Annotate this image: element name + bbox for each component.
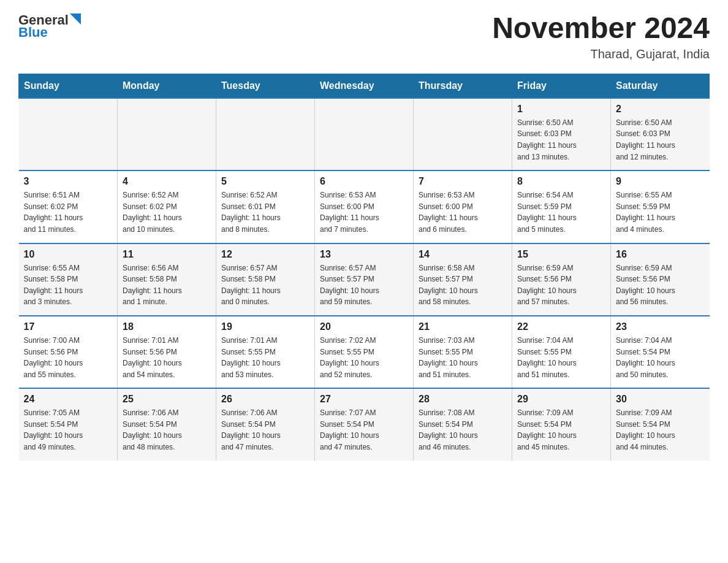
logo-area: General Blue	[18, 12, 81, 40]
day-number: 9	[616, 176, 705, 187]
calendar-cell: 26Sunrise: 7:06 AM Sunset: 5:54 PM Dayli…	[216, 388, 315, 460]
calendar-cell	[414, 98, 512, 170]
day-info: Sunrise: 7:04 AM Sunset: 5:55 PM Dayligh…	[517, 335, 605, 380]
day-number: 4	[123, 176, 211, 187]
day-number: 3	[24, 176, 113, 187]
calendar-cell: 13Sunrise: 6:57 AM Sunset: 5:57 PM Dayli…	[315, 243, 414, 316]
day-number: 11	[123, 249, 211, 260]
calendar-cell: 24Sunrise: 7:05 AM Sunset: 5:54 PM Dayli…	[19, 388, 118, 460]
calendar-table: SundayMondayTuesdayWednesdayThursdayFrid…	[18, 74, 710, 461]
day-info: Sunrise: 6:50 AM Sunset: 6:03 PM Dayligh…	[517, 117, 605, 163]
header: General Blue November 2024 Tharad, Gujar…	[18, 12, 710, 61]
day-info: Sunrise: 6:55 AM Sunset: 5:59 PM Dayligh…	[616, 190, 705, 235]
day-number: 23	[616, 321, 705, 332]
weekday-header-monday: Monday	[118, 74, 216, 98]
day-info: Sunrise: 6:59 AM Sunset: 5:56 PM Dayligh…	[517, 262, 605, 308]
day-number: 28	[419, 394, 507, 405]
day-info: Sunrise: 7:00 AM Sunset: 5:56 PM Dayligh…	[24, 335, 113, 380]
day-info: Sunrise: 6:55 AM Sunset: 5:58 PM Dayligh…	[24, 262, 113, 308]
calendar-week-4: 17Sunrise: 7:00 AM Sunset: 5:56 PM Dayli…	[19, 316, 710, 388]
weekday-header-sunday: Sunday	[19, 74, 118, 98]
day-info: Sunrise: 7:09 AM Sunset: 5:54 PM Dayligh…	[616, 407, 705, 453]
calendar-cell	[19, 98, 118, 170]
calendar-week-5: 24Sunrise: 7:05 AM Sunset: 5:54 PM Dayli…	[19, 388, 710, 460]
calendar-cell: 23Sunrise: 7:04 AM Sunset: 5:54 PM Dayli…	[611, 316, 710, 388]
day-info: Sunrise: 7:04 AM Sunset: 5:54 PM Dayligh…	[616, 335, 705, 380]
day-number: 6	[320, 176, 408, 187]
calendar-cell: 25Sunrise: 7:06 AM Sunset: 5:54 PM Dayli…	[118, 388, 216, 460]
calendar-cell: 2Sunrise: 6:50 AM Sunset: 6:03 PM Daylig…	[611, 98, 710, 170]
calendar-cell: 10Sunrise: 6:55 AM Sunset: 5:58 PM Dayli…	[19, 243, 118, 316]
day-info: Sunrise: 7:07 AM Sunset: 5:54 PM Dayligh…	[320, 407, 408, 453]
calendar-subtitle: Tharad, Gujarat, India	[492, 47, 710, 61]
day-number: 19	[221, 321, 309, 332]
calendar-cell: 16Sunrise: 6:59 AM Sunset: 5:56 PM Dayli…	[611, 243, 710, 316]
calendar-cell: 15Sunrise: 6:59 AM Sunset: 5:56 PM Dayli…	[512, 243, 611, 316]
day-number: 14	[419, 249, 507, 260]
day-info: Sunrise: 7:09 AM Sunset: 5:54 PM Dayligh…	[517, 407, 605, 453]
calendar-week-2: 3Sunrise: 6:51 AM Sunset: 6:02 PM Daylig…	[19, 170, 710, 243]
day-info: Sunrise: 6:59 AM Sunset: 5:56 PM Dayligh…	[616, 262, 705, 308]
calendar-cell	[216, 98, 315, 170]
day-number: 25	[123, 394, 211, 405]
day-number: 7	[419, 176, 507, 187]
day-info: Sunrise: 7:08 AM Sunset: 5:54 PM Dayligh…	[419, 407, 507, 453]
day-number: 17	[24, 321, 113, 332]
calendar-cell: 3Sunrise: 6:51 AM Sunset: 6:02 PM Daylig…	[19, 170, 118, 243]
weekday-header-tuesday: Tuesday	[216, 74, 315, 98]
calendar-cell: 19Sunrise: 7:01 AM Sunset: 5:55 PM Dayli…	[216, 316, 315, 388]
calendar-cell: 7Sunrise: 6:53 AM Sunset: 6:00 PM Daylig…	[414, 170, 512, 243]
calendar-cell: 28Sunrise: 7:08 AM Sunset: 5:54 PM Dayli…	[414, 388, 512, 460]
day-number: 21	[419, 321, 507, 332]
weekday-row: SundayMondayTuesdayWednesdayThursdayFrid…	[19, 74, 710, 98]
day-info: Sunrise: 6:52 AM Sunset: 6:01 PM Dayligh…	[221, 190, 309, 235]
calendar-cell	[118, 98, 216, 170]
day-number: 18	[123, 321, 211, 332]
calendar-cell: 14Sunrise: 6:58 AM Sunset: 5:57 PM Dayli…	[414, 243, 512, 316]
day-number: 5	[221, 176, 309, 187]
calendar-cell: 17Sunrise: 7:00 AM Sunset: 5:56 PM Dayli…	[19, 316, 118, 388]
calendar-cell	[315, 98, 414, 170]
day-info: Sunrise: 7:01 AM Sunset: 5:56 PM Dayligh…	[123, 335, 211, 380]
day-number: 29	[517, 394, 605, 405]
day-number: 26	[221, 394, 309, 405]
day-number: 15	[517, 249, 605, 260]
weekday-header-wednesday: Wednesday	[315, 74, 414, 98]
day-number: 13	[320, 249, 408, 260]
calendar-title: November 2024	[492, 12, 710, 45]
day-number: 12	[221, 249, 309, 260]
calendar-cell: 27Sunrise: 7:07 AM Sunset: 5:54 PM Dayli…	[315, 388, 414, 460]
day-info: Sunrise: 7:03 AM Sunset: 5:55 PM Dayligh…	[419, 335, 507, 380]
weekday-header-saturday: Saturday	[611, 74, 710, 98]
day-number: 16	[616, 249, 705, 260]
day-info: Sunrise: 6:53 AM Sunset: 6:00 PM Dayligh…	[320, 190, 408, 235]
title-area: November 2024 Tharad, Gujarat, India	[492, 12, 710, 61]
day-info: Sunrise: 6:57 AM Sunset: 5:58 PM Dayligh…	[221, 262, 309, 308]
logo-blue-text: Blue	[18, 25, 48, 40]
calendar-week-1: 1Sunrise: 6:50 AM Sunset: 6:03 PM Daylig…	[19, 98, 710, 170]
day-number: 30	[616, 394, 705, 405]
day-info: Sunrise: 6:51 AM Sunset: 6:02 PM Dayligh…	[24, 190, 113, 235]
calendar-cell: 8Sunrise: 6:54 AM Sunset: 5:59 PM Daylig…	[512, 170, 611, 243]
day-info: Sunrise: 7:02 AM Sunset: 5:55 PM Dayligh…	[320, 335, 408, 380]
day-info: Sunrise: 6:50 AM Sunset: 6:03 PM Dayligh…	[616, 117, 705, 163]
day-info: Sunrise: 6:54 AM Sunset: 5:59 PM Dayligh…	[517, 190, 605, 235]
calendar-cell: 18Sunrise: 7:01 AM Sunset: 5:56 PM Dayli…	[118, 316, 216, 388]
day-info: Sunrise: 6:56 AM Sunset: 5:58 PM Dayligh…	[123, 262, 211, 308]
calendar-cell: 11Sunrise: 6:56 AM Sunset: 5:58 PM Dayli…	[118, 243, 216, 316]
day-info: Sunrise: 6:52 AM Sunset: 6:02 PM Dayligh…	[123, 190, 211, 235]
day-number: 20	[320, 321, 408, 332]
calendar-cell: 12Sunrise: 6:57 AM Sunset: 5:58 PM Dayli…	[216, 243, 315, 316]
logo-triangle-icon	[70, 12, 81, 28]
day-number: 24	[24, 394, 113, 405]
svg-marker-0	[70, 13, 81, 25]
day-number: 10	[24, 249, 113, 260]
weekday-header-friday: Friday	[512, 74, 611, 98]
day-info: Sunrise: 7:01 AM Sunset: 5:55 PM Dayligh…	[221, 335, 309, 380]
day-info: Sunrise: 6:57 AM Sunset: 5:57 PM Dayligh…	[320, 262, 408, 308]
day-number: 27	[320, 394, 408, 405]
day-number: 1	[517, 104, 605, 115]
calendar-body: 1Sunrise: 6:50 AM Sunset: 6:03 PM Daylig…	[19, 98, 710, 461]
day-number: 8	[517, 176, 605, 187]
day-info: Sunrise: 7:05 AM Sunset: 5:54 PM Dayligh…	[24, 407, 113, 453]
